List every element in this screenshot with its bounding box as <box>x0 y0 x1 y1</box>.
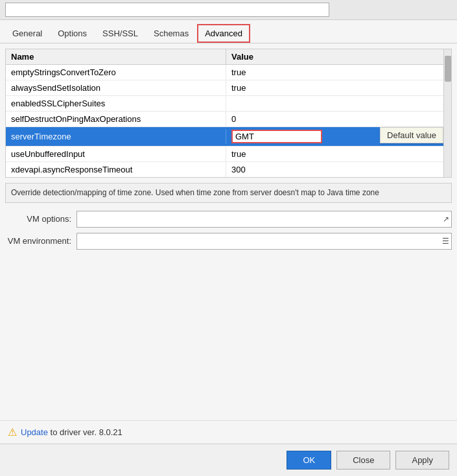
row-value: true <box>226 147 443 161</box>
apply-button[interactable]: Apply <box>395 451 449 470</box>
vm-options-row: VM options: ↗ <box>5 211 452 228</box>
vm-section: VM options: ↗ VM environment: ☰ <box>0 203 457 260</box>
row-name: emptyStringsConvertToZero <box>6 65 226 80</box>
row-name: selfDestructOnPingMaxOperations <box>6 112 226 126</box>
update-link[interactable]: Update <box>21 427 48 437</box>
vm-environment-input[interactable] <box>76 233 452 250</box>
row-value: true <box>226 80 443 95</box>
tab-advanced[interactable]: Advanced <box>197 24 250 43</box>
bottom-warning: ⚠ Update to driver ver. 8.0.21 <box>0 420 457 444</box>
table-row-selected[interactable]: serverTimezone Default value <box>6 127 443 147</box>
table-row[interactable]: emptyStringsConvertToZero true <box>6 65 443 80</box>
table-header: Name Value <box>6 49 443 65</box>
warning-icon: ⚠ <box>8 426 17 438</box>
main-content: Name Value emptyStringsConvertToZero tru… <box>0 43 457 444</box>
warning-text-after: to driver ver. 8.0.21 <box>51 427 123 437</box>
table-row[interactable]: enabledSSLCipherSuites <box>6 96 443 112</box>
top-bar <box>0 0 457 20</box>
search-input[interactable] <box>5 3 329 17</box>
spacer <box>0 260 457 420</box>
table-row[interactable]: alwaysSendSetIsolation true <box>6 80 443 96</box>
row-value: 0 <box>226 112 443 126</box>
server-timezone-input[interactable] <box>231 130 322 143</box>
tab-sshssl[interactable]: SSH/SSL <box>95 25 145 42</box>
row-name: xdevapi.asyncResponseTimeout <box>6 162 226 177</box>
header-name: Name <box>6 49 226 64</box>
tab-general[interactable]: General <box>5 25 49 42</box>
browse-icon[interactable]: ☰ <box>442 237 449 246</box>
row-value <box>226 101 443 106</box>
tab-options[interactable]: Options <box>51 25 94 42</box>
properties-table-inner: Name Value emptyStringsConvertToZero tru… <box>6 49 443 177</box>
table-row[interactable]: useUnbufferedInput true <box>6 147 443 162</box>
vm-options-input-wrapper: ↗ <box>76 211 452 228</box>
description-text: Override detection/mapping of time zone.… <box>11 188 379 197</box>
warning-text: Update to driver ver. 8.0.21 <box>21 427 123 437</box>
vm-environment-row: VM environment: ☰ <box>5 233 452 250</box>
vm-options-label: VM options: <box>5 214 76 224</box>
ok-button[interactable]: OK <box>287 451 331 470</box>
row-name: enabledSSLCipherSuites <box>6 96 226 111</box>
description-row: Override detection/mapping of time zone.… <box>5 183 452 203</box>
row-value: true <box>226 65 443 80</box>
row-name: useUnbufferedInput <box>6 147 226 161</box>
row-value: 300 <box>226 162 443 177</box>
properties-table-container: Name Value emptyStringsConvertToZero tru… <box>5 49 452 178</box>
vm-options-input[interactable] <box>76 211 452 228</box>
bottom-buttons: OK Close Apply <box>0 444 457 476</box>
table-row[interactable]: selfDestructOnPingMaxOperations 0 <box>6 112 443 127</box>
row-name-selected: serverTimezone <box>6 129 226 144</box>
vm-environment-input-wrapper: ☰ <box>76 233 452 250</box>
row-name: alwaysSendSetIsolation <box>6 80 226 95</box>
row-value-selected: Default value <box>226 127 443 146</box>
table-scrollbar[interactable] <box>443 49 451 177</box>
tabs-container: General Options SSH/SSL Schemas Advanced <box>0 20 457 43</box>
tab-schemas[interactable]: Schemas <box>146 25 196 42</box>
vm-environment-label: VM environment: <box>5 236 76 246</box>
close-button[interactable]: Close <box>336 451 390 470</box>
expand-icon[interactable]: ↗ <box>443 215 449 224</box>
table-row[interactable]: xdevapi.asyncResponseTimeout 300 <box>6 162 443 177</box>
header-value: Value <box>226 49 443 64</box>
scrollbar-thumb <box>445 56 451 82</box>
default-value-tooltip: Default value <box>380 127 443 143</box>
